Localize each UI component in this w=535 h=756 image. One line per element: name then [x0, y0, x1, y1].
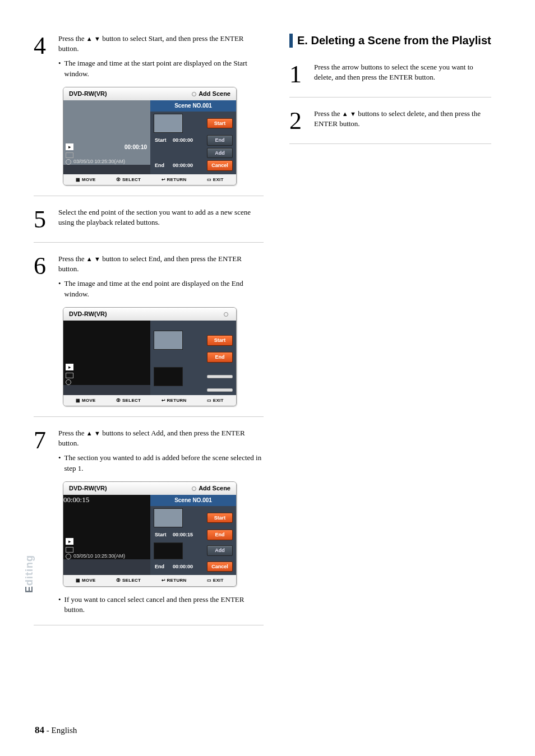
footer-move: ▦ MOVE — [76, 577, 96, 583]
sidebar-rest: diting — [24, 555, 35, 586]
end-button[interactable]: End — [207, 135, 233, 146]
arrow-up-icon: ▲ — [86, 430, 93, 437]
preview-date: 03/05/10 10:25:30(AM) — [73, 553, 125, 560]
thumbnail-start — [154, 508, 183, 527]
step-4: 4 Press the ▲ ▼ button to select Start, … — [34, 34, 264, 196]
footer-exit-label: EXIT — [213, 578, 224, 583]
preview-time: 00:00:10 — [124, 143, 147, 151]
clock-icon — [66, 379, 71, 385]
text-fragment: Press the — [58, 254, 86, 263]
step4-bullet: The image and time at the start point ar… — [58, 58, 264, 78]
cancel-button[interactable]: Cancel — [207, 160, 233, 171]
text-fragment: Press the — [58, 34, 86, 43]
thumbnail-start — [154, 331, 183, 350]
footer-select: ⦿ SELECT — [116, 577, 141, 583]
end-time: 00:00:00 — [173, 162, 196, 169]
step7-bullet2: If you want to cancel select cancel and … — [58, 595, 264, 615]
ss-header-right-wrap — [224, 310, 230, 318]
play-icon: ▸ — [66, 143, 73, 150]
footer-exit-label: EXIT — [213, 398, 224, 403]
arrow-up-icon: ▲ — [86, 256, 93, 262]
step4-text: Press the ▲ ▼ button to select Start, an… — [58, 34, 264, 54]
footer-language: English — [52, 726, 77, 735]
footer-exit: ▭ EXIT — [207, 177, 224, 183]
end-label: End — [154, 563, 169, 571]
ss-header-right-wrap: Add Scene — [192, 90, 230, 98]
step7-text: Press the ▲ ▼ buttons to select Add, and… — [58, 428, 264, 448]
text-fragment: Press the — [314, 109, 342, 118]
sidebar-section-label: Editing — [24, 555, 35, 593]
screenshot-add-scene-added: DVD-RW(VR) Add Scene ▸ 00:00:15 03/05/10… — [63, 481, 237, 587]
add-button[interactable]: Add — [207, 148, 233, 159]
ss-header-right: Add Scene — [199, 485, 230, 491]
arrow-down-icon: ▼ — [94, 430, 100, 437]
footer-select-label: SELECT — [122, 398, 141, 403]
screenshot-end-point: DVD-RW(VR) ▸ — [63, 307, 237, 406]
ss-header: DVD-RW(VR) Add Scene — [63, 87, 236, 100]
screenshot-add-scene-start: DVD-RW(VR) Add Scene ▸ 00:00:10 03/05/10… — [63, 87, 237, 185]
step6-text: Press the ▲ ▼ button to select End, and … — [58, 254, 264, 274]
arrow-down-icon: ▼ — [350, 110, 356, 117]
step-6: 6 Press the ▲ ▼ button to select End, an… — [34, 254, 264, 417]
section-heading: E. Deleting a Scene from the Playlist — [289, 34, 491, 48]
footer-move: ▦ MOVE — [76, 397, 96, 403]
clock-icon — [66, 159, 71, 165]
cancel-button[interactable]: Cancel — [207, 562, 233, 572]
ss-header-left: DVD-RW(VR) — [69, 310, 107, 318]
placeholder-button — [207, 375, 233, 378]
circle-icon — [192, 92, 196, 96]
page-footer: 84 - English — [35, 725, 77, 736]
ss-header-right-wrap: Add Scene — [192, 484, 230, 493]
section-bar-icon — [289, 34, 293, 48]
footer-return-label: RETURN — [167, 578, 187, 583]
step-number-6: 6 — [34, 254, 50, 406]
footer-select: ⦿ SELECT — [116, 397, 141, 403]
bullet-text: The image and time at the start point ar… — [64, 58, 264, 78]
preview-date: 03/05/10 10:25:30(AM) — [73, 158, 125, 165]
step-1: 1 Press the arrow buttons to select the … — [289, 62, 491, 98]
add-button[interactable]: Add — [207, 545, 233, 556]
footer-exit-label: EXIT — [213, 177, 224, 182]
footer-select: ⦿ SELECT — [116, 177, 141, 183]
arrow-down-icon: ▼ — [94, 35, 100, 42]
start-time: 00:00:15 — [173, 531, 196, 539]
footer-return: ↩ RETURN — [162, 397, 187, 403]
preview-time: 00:00:15 — [63, 495, 150, 505]
bullet-text: The image and time at the end point are … — [64, 279, 264, 299]
sidebar-first-letter: E — [24, 586, 35, 593]
play-icon: ▸ — [66, 364, 73, 370]
circle-icon — [192, 486, 196, 491]
footer-return: ↩ RETURN — [162, 177, 187, 183]
start-button[interactable]: Start — [207, 335, 233, 346]
end-label: End — [154, 162, 169, 169]
ss-footer: ▦ MOVE ⦿ SELECT ↩ RETURN ▭ EXIT — [63, 395, 236, 406]
bullet-text: The section you wanted to add is added b… — [64, 453, 264, 473]
clock-icon — [66, 554, 71, 559]
start-label: Start — [154, 531, 169, 539]
footer-move-label: MOVE — [82, 578, 96, 583]
ss-footer: ▦ MOVE ⦿ SELECT ↩ RETURN ▭ EXIT — [63, 575, 236, 586]
end-button[interactable]: End — [207, 352, 233, 363]
text-fragment: Press the — [58, 429, 86, 437]
step-number-4: 4 — [34, 34, 50, 185]
ss-header-left: DVD-RW(VR) — [69, 484, 107, 493]
start-button[interactable]: Start — [207, 513, 233, 523]
footer-return: ↩ RETURN — [162, 577, 187, 583]
thumbnail-end — [154, 542, 183, 559]
step6-bullet: The image and time at the end point are … — [58, 279, 264, 299]
footer-move-label: MOVE — [82, 398, 96, 403]
footer-dash: - — [44, 726, 52, 735]
end-button[interactable]: End — [207, 530, 233, 540]
step-number-1: 1 — [289, 62, 306, 87]
thumbnail-end — [154, 367, 183, 386]
stop-icon — [66, 152, 73, 158]
step-7: 7 Press the ▲ ▼ buttons to select Add, a… — [34, 428, 264, 625]
bullet-text: If you want to cancel select cancel and … — [64, 595, 264, 615]
ss-footer: ▦ MOVE ⦿ SELECT ↩ RETURN ▭ EXIT — [63, 174, 236, 185]
start-time: 00:00:00 — [173, 137, 196, 144]
arrow-down-icon: ▼ — [94, 256, 100, 262]
start-button[interactable]: Start — [207, 118, 233, 129]
footer-return-label: RETURN — [167, 177, 187, 182]
step-number-2: 2 — [289, 109, 306, 133]
thumbnail-start — [154, 114, 183, 133]
